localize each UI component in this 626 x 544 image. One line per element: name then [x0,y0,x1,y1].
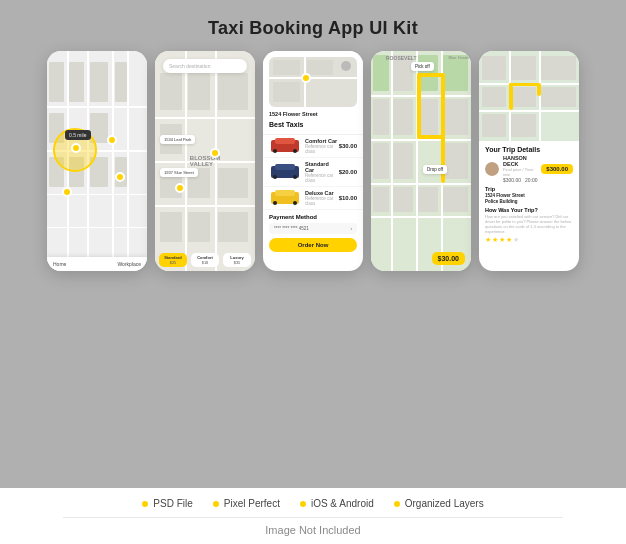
hostel-label: Blue Hostel [449,55,469,60]
feature-layers: Organized Layers [394,498,484,509]
order-button[interactable]: Order Now [269,238,357,252]
star-rating[interactable]: ★ ★ ★ ★ ★ [485,236,573,244]
search-placeholder: Search destination [169,63,210,69]
map-block [218,212,248,243]
car-option-price: $18 [195,260,215,265]
mini-route [537,83,541,97]
trip-to: Police Building [485,199,573,204]
star-1[interactable]: ★ [485,236,491,244]
taxi-sub: Reference car class [305,144,339,154]
car-option-luxury[interactable]: Luxury $35 [223,253,251,267]
map-block [373,187,389,211]
taxi-card-standard[interactable]: Standard Car Reference car class $20.00 [263,158,363,187]
payment-card[interactable]: **** **** **** 4521 › [269,223,357,234]
map-block [188,73,210,110]
page-title: Taxi Booking App UI Kit [0,18,626,39]
taxi-card-deluxe[interactable]: Deluxe Car Reference car class $10.00 [263,187,363,210]
map-road [47,227,147,228]
map-block [418,187,438,211]
map-block [418,99,438,134]
trip-from-label: 1524 Flower Street [485,193,525,198]
taxi-header: 1524 Flower Street Best Taxis [263,51,363,135]
feature-ios: iOS & Android [300,498,374,509]
car-options: Standard $25 Comfort $18 Luxury $35 [159,253,251,267]
card-number: **** **** **** 4521 [274,226,309,231]
dot-ios [300,501,306,507]
car-option-comfort[interactable]: Comfort $18 [191,253,219,267]
trip-label: Trip [485,186,573,192]
feature-label-ios: iOS & Android [311,498,374,509]
car-option-price: $35 [227,260,247,265]
screen-2: BLOSSOMVALLEY Standard $25 Comfort $18 L [155,51,255,271]
map-block [393,99,413,134]
location-label-from: 1534 Leaf Park [160,135,195,144]
trip-to-label: Police Building [485,199,518,204]
route-segment [417,73,421,139]
map-block [541,56,576,80]
feedback-text: How are you satisfied with our service? … [485,214,573,234]
taxi-card-comfort[interactable]: Comfort Car Reference car class $30.00 [263,135,363,158]
payment-section: Payment Method **** **** **** 4521 › Ord… [263,210,363,256]
map-block [160,73,182,110]
map-block [188,212,210,243]
mini-map-road [269,77,357,79]
home-bar: Home Workplace [47,257,147,271]
map-block [49,62,64,102]
mini-route [509,83,539,86]
mini-map [269,57,357,107]
route-segment [417,135,443,139]
taxi-price: $20.00 [339,169,357,175]
dot-layers [394,501,400,507]
map-block [482,114,506,137]
star-2[interactable]: ★ [492,236,498,244]
taxi-info-comfort: Comfort Car Reference car class [305,138,339,154]
feature-label-pixel: Pixel Perfect [224,498,280,509]
taxi-name: Standard Car [305,161,339,173]
feature-label-layers: Organized Layers [405,498,484,509]
feature-pixel: Pixel Perfect [213,498,280,509]
car-option-price: $25 [163,260,183,265]
map-road [479,110,579,112]
car-image-blue [269,164,301,180]
map-block [115,62,127,102]
map-bg-2: BLOSSOMVALLEY Standard $25 Comfort $18 L [155,51,255,271]
area-label-roosevelt: ROOSEVELT [386,55,416,61]
dot-pixel [213,501,219,507]
trip-price-badge: $300.00 [541,164,573,174]
workplace-label: Workplace [117,261,141,267]
map-road [371,183,471,185]
car-image-red [269,138,301,154]
map-block [511,56,536,80]
map-block [482,56,506,80]
footer-features: PSD File Pixel Perfect iOS & Android Org… [142,498,483,509]
star-5[interactable]: ★ [513,236,519,244]
taxi-pin [115,172,125,182]
feature-psd: PSD File [142,498,192,509]
driver-avatar [485,162,499,176]
final-price: $300.00 [503,177,521,183]
map-block [393,143,413,178]
phone-map-overview: 0.5 mile Home Workplace [47,51,147,271]
phone-map-search: BLOSSOMVALLEY Standard $25 Comfort $18 L [155,51,255,271]
map-block [443,187,468,211]
screen-4: Pick off Drop off ROOSEVELT Blue Hostel … [371,51,471,271]
trip-driver-row: HANSON DECK Final price / Time rate $300… [485,155,573,183]
image-not-included: Image Not Included [265,524,360,536]
map-road [371,216,471,218]
search-bar[interactable]: Search destination [163,59,247,73]
map-block [443,99,468,134]
map-road [112,51,114,271]
map-road [185,51,187,271]
phone-best-taxis: 1524 Flower Street Best Taxis Comfort Ca… [263,51,363,271]
map-road [127,51,129,271]
mini-map-block [273,60,299,75]
star-4[interactable]: ★ [506,236,512,244]
car-option-selected[interactable]: Standard $25 [159,253,187,267]
map-road [155,205,255,207]
star-3[interactable]: ★ [499,236,505,244]
map-block [443,143,468,178]
mini-route [509,83,513,110]
mini-map-block [273,82,299,102]
price-time-row: $300.00 20:00 [503,177,541,183]
card-arrow: › [351,226,353,231]
